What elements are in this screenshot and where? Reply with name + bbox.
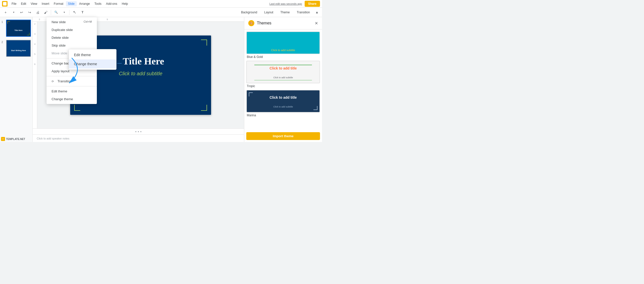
tropic-line-bottom [254, 80, 312, 81]
redo-button[interactable]: ↪ [26, 9, 33, 16]
share-button[interactable]: Share [305, 1, 320, 7]
dropdown-sep-2 [47, 76, 97, 76]
dropdown-transition[interactable]: ⟳ Transition [47, 77, 97, 85]
watermark-icon: T [1, 137, 5, 141]
dot-1 [135, 131, 136, 132]
slide-num-1: 1 [2, 20, 5, 23]
theme-item-tropic[interactable]: Click to add title Click to add subtitle… [246, 61, 320, 88]
slide-panel: 1 Title Here 2 Start Writing Here [0, 17, 33, 142]
dropdown-edit-theme[interactable]: Edit theme [47, 87, 97, 95]
dot-3 [140, 131, 141, 132]
dropdown-change-theme[interactable]: Change theme [47, 95, 97, 103]
themes-list: Click to add subtitle Blue & Gold Click … [244, 29, 322, 130]
add-button[interactable]: + [2, 9, 9, 16]
theme-tab[interactable]: Theme [277, 10, 293, 15]
dropdown-new-slide[interactable]: New slide Ctrl+M [47, 18, 97, 26]
themes-title: Themes [257, 21, 312, 25]
background-tab[interactable]: Background [238, 10, 260, 15]
slide-preview-2[interactable]: Start Writing Here [6, 40, 31, 57]
dropdown-duplicate-slide[interactable]: Duplicate slide [47, 26, 97, 34]
bottom-bar [33, 128, 244, 134]
menu-slide[interactable]: Slide [66, 1, 77, 6]
ruler-vertical: 2 3 4 5 6 [33, 22, 37, 128]
zoom-button[interactable]: 🔍 [53, 9, 60, 16]
themes-panel: 🎨 Themes ✕ Click to add subtitle Blue & … [244, 17, 322, 142]
slide-canvas-subtitle: Click to add subtitle [80, 71, 201, 77]
theme-item-blue-gold[interactable]: Click to add subtitle Blue & Gold [246, 31, 320, 59]
zoom-dropdown[interactable]: ▾ [61, 9, 68, 16]
menu-help[interactable]: Help [120, 1, 130, 6]
theme-preview-tropic: Click to add title Click to add subtitle [246, 61, 320, 83]
dot-2 [138, 131, 139, 132]
slide-1-title: Title Here [9, 29, 28, 31]
theme-tropic-title: Click to add title [247, 66, 319, 70]
print-button[interactable]: 🖨 [34, 9, 41, 16]
last-edit-label: Last edit was seconds ago [269, 2, 302, 5]
notes-placeholder: Click to add speaker notes [37, 137, 69, 140]
menu-file[interactable]: File [10, 1, 18, 6]
menu-edit[interactable]: Edit [19, 1, 28, 6]
toolbar: + ▾ ↩ ↪ 🖨 🖌 🔍 ▾ ↖ T Background Layout Th… [0, 8, 322, 17]
themes-header: 🎨 Themes ✕ [244, 17, 322, 29]
dropdown-delete-slide[interactable]: Delete slide [47, 34, 97, 42]
themes-icon: 🎨 [248, 20, 254, 26]
tropic-line-top [254, 65, 312, 65]
app-logo [2, 1, 8, 7]
theme-item-marina[interactable]: Click to add title Click to add subtitle… [246, 90, 320, 117]
theme-preview-blue-gold: Click to add subtitle [246, 31, 320, 54]
dropdown-transition-label: Transition [57, 79, 72, 83]
text-button[interactable]: T [79, 9, 86, 16]
toolbar-right: Background Layout Theme Transition ▲ [238, 9, 320, 15]
menu-addons[interactable]: Add-ons [104, 1, 119, 6]
watermark-text: TEMPLATE.NET [6, 138, 25, 140]
menu-tools[interactable]: Tools [92, 1, 103, 6]
new-slide-shortcut: Ctrl+M [84, 20, 92, 23]
theme-name-tropic: Tropic [246, 84, 320, 88]
collapse-button[interactable]: ▲ [314, 9, 320, 15]
watermark: T TEMPLATE.NET [1, 137, 25, 141]
import-theme-button[interactable]: Import theme [246, 132, 320, 140]
theme-blue-gold-text: Click to add subtitle [247, 49, 319, 52]
theme-marina-title: Click to add title [247, 95, 319, 99]
dropdown-item-label: New slide [52, 20, 66, 24]
cursor-button[interactable]: ↖ [71, 9, 78, 16]
slide-num-2: 2 [2, 40, 5, 44]
menu-arrange[interactable]: Arrange [77, 1, 92, 6]
theme-preview-marina: Click to add title Click to add subtitle [246, 90, 320, 113]
slide-thumb-2[interactable]: 2 Start Writing Here [1, 39, 31, 57]
submenu-edit-theme[interactable]: Edit theme [69, 50, 116, 59]
submenu-change-theme[interactable]: Change theme [69, 59, 116, 68]
themes-close-button[interactable]: ✕ [315, 21, 318, 26]
slide-thumb-1[interactable]: 1 Title Here [1, 19, 31, 37]
transition-icon: ⟳ [52, 80, 57, 83]
theme-name-marina: Marina [246, 114, 320, 117]
slide-preview-1[interactable]: Title Here [6, 20, 31, 37]
transition-tab[interactable]: Transition [294, 10, 313, 15]
layout-tab[interactable]: Layout [261, 10, 276, 15]
slide-2-title: Start Writing Here [9, 50, 28, 51]
notes-bar[interactable]: Click to add speaker notes [33, 134, 244, 142]
paint-format-button[interactable]: 🖌 [42, 9, 49, 16]
menu-view[interactable]: View [29, 1, 39, 6]
menu-insert[interactable]: Insert [40, 1, 51, 6]
dropdown-skip-slide[interactable]: Skip slide [47, 42, 97, 49]
theme-tropic-sub: Click to add subtitle [247, 76, 319, 79]
undo-button[interactable]: ↩ [18, 9, 25, 16]
submenu: Edit theme Change theme [69, 49, 116, 70]
menu-bar: File Edit View Insert Format Slide Arran… [0, 0, 322, 8]
theme-marina-sub: Click to add subtitle [247, 105, 319, 108]
dropdown-sep-3 [47, 86, 97, 86]
theme-name-blue-gold: Blue & Gold [246, 55, 320, 59]
toolbar-sep-2 [69, 10, 69, 15]
menu-format[interactable]: Format [52, 1, 65, 6]
add-dropdown-button[interactable]: ▾ [10, 9, 17, 16]
toolbar-sep-1 [51, 10, 51, 15]
